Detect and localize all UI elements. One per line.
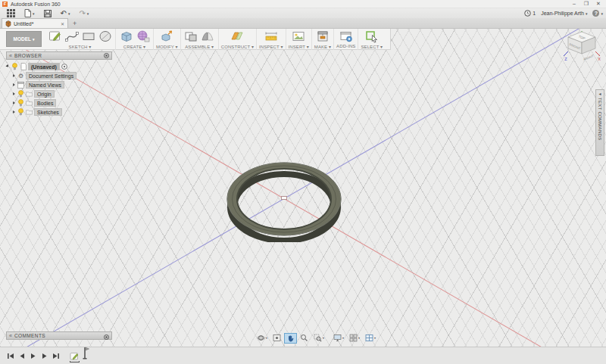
create-sketch-button[interactable] [47,30,63,43]
timeline-go-to-start-button[interactable] [6,351,15,360]
folder-icon [26,91,33,97]
ribbon-group-label[interactable]: ASSEMBLE ▾ [185,44,214,49]
timeline-sketch-feature[interactable] [70,352,80,362]
look-at-button[interactable] [270,333,283,344]
zoom-button[interactable] [298,333,311,344]
expand-triangle-icon[interactable] [12,101,16,105]
browser-item-label[interactable]: Named Views [26,81,64,89]
ribbon-group-label[interactable]: MODIFY ▾ [156,44,178,49]
browser-item-document-settings[interactable]: ⚙ Document Settings [6,71,112,80]
measure-button[interactable] [263,30,279,43]
visibility-bulb-icon[interactable] [17,108,24,116]
display-settings-button[interactable]: ▾ [331,333,346,344]
browser-root-label[interactable]: (Unsaved) [28,63,60,70]
timeline-step-forward-button[interactable] [40,351,49,360]
save-button[interactable] [42,9,54,18]
collapse-panel-icon[interactable]: « [9,53,12,58]
spline-button[interactable] [64,30,80,43]
visibility-bulb-icon[interactable] [17,90,24,98]
create-box-button[interactable] [118,30,134,43]
expand-triangle-icon[interactable] [12,83,16,87]
timeline-step-back-button[interactable] [17,351,27,360]
scripts-add-ins-button[interactable] [338,30,354,43]
collapse-panel-icon[interactable]: « [9,333,12,338]
activate-radio-icon[interactable] [61,64,68,70]
fusion-logo-icon: F [2,2,8,7]
new-component-button[interactable] [183,30,199,43]
user-menu-button[interactable]: Jean-Philippe Arth ▾ [541,11,587,16]
ribbon-group-label[interactable]: MAKE ▾ [314,44,331,49]
pan-hand-icon [286,331,295,345]
comments-header[interactable]: « COMMENTS [6,331,112,340]
tab-untitled[interactable]: Untitled* ✕ [2,18,68,28]
user-menu-caret-icon: ▾ [586,11,588,16]
job-status-button[interactable]: 1 [524,10,536,17]
view-cube[interactable]: TOP FRONT RIGHT Z X [555,29,606,67]
expand-triangle-icon[interactable] [12,110,16,114]
undo-button[interactable]: ↶ ▾ [58,9,73,18]
viewport-canvas[interactable]: TOP FRONT RIGHT Z X « BROWSER (Unsaved) … [0,29,606,347]
comments-options-icon[interactable] [104,329,109,343]
browser-item-label[interactable]: Origin [34,90,55,98]
expand-triangle-icon[interactable] [6,65,10,69]
redo-button[interactable]: ↷ ▾ [77,9,91,18]
browser-item-bodies[interactable]: Bodies [6,98,112,107]
visibility-bulb-icon[interactable] [11,63,18,70]
workspace-switcher-button[interactable]: MODEL ▾ [6,31,42,47]
browser-item-label[interactable]: Bodies [34,99,56,107]
press-pull-button[interactable] [159,30,175,43]
select-button[interactable] [364,30,380,43]
browser-item-label[interactable]: Sketches [34,108,62,116]
orbit-button[interactable]: ▾ [255,333,270,344]
ribbon-group-label[interactable]: CREATE ▾ [123,44,145,49]
browser-item-origin[interactable]: Origin [6,89,112,98]
browser-item-sketches[interactable]: Sketches [6,107,112,117]
file-menu-button[interactable]: ▾ [22,9,37,18]
save-icon [44,10,52,17]
circle-button[interactable] [97,30,113,43]
ribbon-group-label[interactable]: INSERT ▾ [289,44,309,49]
orbit-icon [257,331,265,345]
expand-triangle-icon[interactable] [12,74,16,78]
minimize-button[interactable]: – [568,0,580,8]
create-form-button[interactable] [135,30,151,43]
workspace-label: MODEL [14,36,31,42]
rectangle-button[interactable] [80,30,96,43]
insert-image-button[interactable] [291,30,307,43]
ring-body[interactable] [223,157,345,242]
timeline-position-marker[interactable] [82,347,89,362]
timeline-go-to-end-button[interactable] [52,351,61,360]
zoom-window-button[interactable]: ▾ [311,333,326,344]
browser-item-label[interactable]: Document Settings [26,72,77,79]
pan-button[interactable] [284,333,297,344]
expand-triangle-icon[interactable] [12,92,16,96]
construction-plane-button[interactable] [230,30,245,43]
ribbon-group-assemble: ASSEMBLE ▾ [181,29,219,50]
viewports-button[interactable]: ▾ [363,333,378,344]
joint-button[interactable] [200,30,216,43]
ribbon-group-label[interactable]: CONSTRUCT ▾ [221,44,254,49]
help-menu-button[interactable]: ? ▾ [592,10,603,17]
viewcube-right-label[interactable]: RIGHT [583,54,593,61]
timeline-bar [0,347,606,364]
make-3d-print-button[interactable] [314,30,330,43]
text-commands-tab[interactable]: ◂ TEXT COMMANDS [595,89,604,156]
maximize-button[interactable]: ❐ [580,0,592,8]
browser-item-named-views[interactable]: Named Views [6,80,112,89]
ribbon-group-label[interactable]: SELECT ▾ [361,44,383,49]
tab-close-icon[interactable]: ✕ [61,21,64,26]
browser-root-row[interactable]: (Unsaved) [6,62,112,71]
job-count: 1 [533,11,536,16]
ribbon-group-label[interactable]: ADD-INS [336,44,355,48]
browser-header[interactable]: « BROWSER [6,51,112,60]
timeline-play-button[interactable] [29,351,38,360]
visibility-bulb-icon[interactable] [17,99,24,107]
grid-layout-button[interactable]: ▾ [347,333,362,344]
ribbon-group-label[interactable]: INSPECT ▾ [259,44,283,49]
origin-marker[interactable] [281,196,287,200]
named-views-icon [17,82,24,89]
ribbon-group-label[interactable]: SKETCH ▾ [69,44,92,49]
display-filter-icon[interactable] [104,53,109,59]
new-tab-button[interactable]: + [73,20,77,27]
close-button[interactable]: ✕ [592,0,604,8]
